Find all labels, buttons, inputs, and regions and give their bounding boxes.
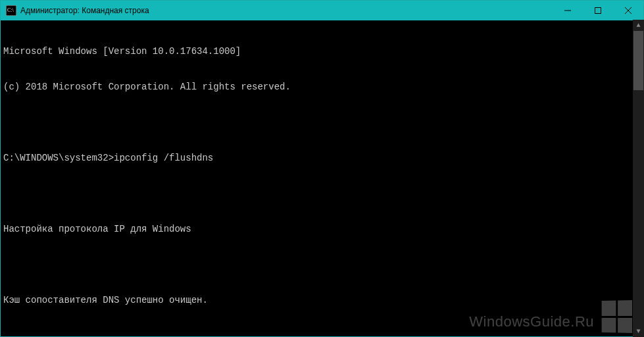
close-button[interactable] (613, 1, 643, 20)
scroll-up-icon[interactable]: ▲ (633, 20, 644, 31)
svg-text:C:\: C:\ (7, 7, 14, 13)
minimize-button[interactable] (553, 1, 583, 20)
terminal-line (3, 259, 641, 271)
terminal-line (3, 330, 641, 336)
terminal-line (3, 117, 641, 128)
svg-rect-3 (595, 8, 601, 14)
scroll-down-icon[interactable]: ▼ (633, 326, 644, 337)
window-title: Администратор: Командная строка (20, 6, 149, 15)
cmd-icon: C:\ (6, 5, 16, 16)
terminal-line: Кэш сопоставителя DNS успешно очищен. (3, 294, 641, 306)
terminal-line: (c) 2018 Microsoft Corporation. All righ… (3, 81, 641, 93)
terminal-line (3, 188, 641, 199)
terminal-line: Microsoft Windows [Version 10.0.17634.10… (3, 45, 641, 57)
terminal-area[interactable]: Microsoft Windows [Version 10.0.17634.10… (1, 20, 643, 336)
cmd-window: C:\ Администратор: Командная строка Micr… (0, 0, 644, 337)
vertical-scrollbar[interactable]: ▲ ▼ (633, 20, 644, 337)
terminal-line: C:\WINDOWS\system32>ipconfig /flushdns (3, 152, 641, 164)
maximize-button[interactable] (583, 1, 613, 20)
titlebar[interactable]: C:\ Администратор: Командная строка (1, 1, 643, 20)
terminal-line: Настройка протокола IP для Windows (3, 223, 641, 235)
scrollbar-thumb[interactable] (633, 31, 643, 90)
